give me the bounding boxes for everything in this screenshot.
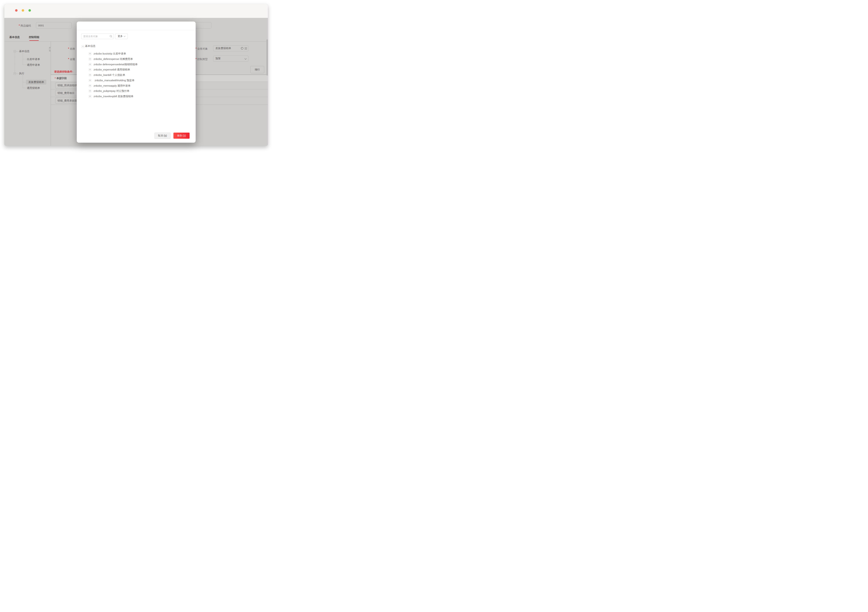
minimize-window-icon[interactable] [22, 9, 24, 12]
dialog-tree-item[interactable]: + znbzbx_expensebill 通用报销单 [89, 68, 130, 71]
tree-item-general-expense[interactable]: 通用报销单 [27, 87, 40, 90]
select-condition-hint: 请选择控制条件: [54, 70, 73, 73]
more-button[interactable]: 更多 [115, 34, 128, 39]
dialog-tree-item[interactable]: + znbzbx_memoapply 通用申请单 [89, 84, 130, 87]
maximize-window-icon[interactable] [28, 9, 31, 12]
plus-icon[interactable]: + [89, 90, 91, 92]
search-icon [110, 35, 112, 38]
save-button[interactable]: 保存 (Y) [174, 133, 189, 139]
name-field-row: * 名称 [68, 47, 75, 51]
tree-collapse-toggle[interactable]: − [14, 50, 16, 53]
active-tab-underline [29, 40, 39, 41]
control-type-field-row: * 控制类型 [195, 57, 208, 61]
dialog-tree-item-label[interactable]: znbzbx busistrip 出差申请单 [94, 52, 126, 55]
amount-field-row: * 金额 [68, 57, 75, 61]
dialog-tree-item-label[interactable]: znbzbx_manualwithholding 预提单 [95, 79, 134, 82]
vertical-scrollbar[interactable] [267, 39, 268, 76]
tree-panel-divider [51, 41, 51, 146]
search-input[interactable] [81, 34, 114, 39]
tree-collapse-toggle[interactable]: − [14, 72, 16, 75]
plus-icon[interactable]: + [89, 58, 91, 60]
dialog-tree-item[interactable]: + znbzbx deferexpensedetail推销明细单 [89, 63, 138, 66]
required-mark: * [68, 57, 69, 61]
more-button-label: 更多 [118, 35, 123, 38]
dialog-tree-item-label[interactable]: znbzbx deferexpensedetail推销明细单 [94, 63, 138, 66]
dialog-tree-item[interactable]: + znbzbx_loanbill 个人借款单 [89, 73, 125, 77]
dialog-tree-item-label[interactable]: znbzbx_pubprepay 对公预付单 [94, 89, 129, 93]
tree-connector [23, 75, 23, 88]
product-code-label: 商品编码 [20, 24, 31, 28]
product-code-input[interactable]: 0001 [36, 22, 72, 28]
control-type-value: 预警 [215, 57, 221, 60]
collapse-left-icon [49, 48, 50, 50]
minus-icon: − [14, 72, 15, 74]
minus-icon: − [82, 45, 84, 48]
control-type-label: 控制类型 [197, 57, 208, 61]
tree-connector [23, 65, 27, 65]
plus-icon[interactable]: + [89, 79, 91, 82]
window-titlebar [4, 4, 268, 18]
close-window-icon[interactable] [15, 9, 17, 12]
plus-icon[interactable]: + [89, 74, 91, 76]
dialog-tree-item[interactable]: + znbzbx_deferexpense 待摊费用单 [89, 57, 133, 61]
doc-field-header: 单据字段 [56, 77, 67, 80]
tab-control-detail[interactable]: 控制明细 [27, 36, 41, 39]
save-button-label: 保存 (Y) [177, 134, 186, 137]
tree-connector [23, 82, 26, 82]
plus-icon[interactable]: + [89, 85, 91, 87]
plus-icon[interactable]: + [89, 95, 91, 98]
required-mark: * [19, 24, 20, 27]
required-mark: * [55, 77, 56, 80]
cancel-button[interactable]: 取消 (N) [155, 133, 170, 139]
business-object-dialog: 更多 − 基本信息 + znbzbx busistrip 出差申请单 + znb… [77, 22, 196, 143]
minus-icon: − [14, 50, 15, 53]
chevron-down-icon [124, 35, 126, 37]
biz-object-label: 业务对象 [197, 47, 208, 51]
product-code-field-row: * 商品编码 [19, 24, 31, 28]
collapse-panel-button[interactable] [49, 47, 51, 51]
required-mark: * [68, 47, 69, 50]
dialog-header [77, 22, 196, 30]
search-field-wrap [81, 34, 114, 39]
biz-object-field-row: * 业务对象 [195, 47, 208, 51]
control-type-select[interactable]: 预警 [213, 56, 248, 62]
tree-connector [23, 88, 27, 88]
table-header-cell: *单据字段 [55, 77, 67, 80]
add-row-button[interactable]: 增行 [250, 66, 264, 73]
product-code-value: 0001 [38, 24, 44, 27]
dialog-tree-collapse-toggle[interactable]: − [82, 45, 84, 48]
tree-connector [23, 53, 23, 65]
tree-connector [23, 59, 27, 59]
tree-group-execute[interactable]: 执行 [19, 72, 24, 75]
amount-label: 金额 [70, 57, 75, 61]
dialog-tree-item-label[interactable]: znbzbx_deferexpense 待摊费用单 [94, 57, 133, 61]
screen: * 商品编码 0001 基本信息 控制明细 − 基本信息 出差申请单 通用申请单… [0, 0, 277, 153]
list-picker-icon[interactable] [245, 47, 247, 50]
plus-icon[interactable]: + [89, 53, 91, 55]
tab-basic-info[interactable]: 基本信息 [8, 36, 21, 39]
dialog-tree-item-label[interactable]: znbzbx_expensebill 通用报销单 [94, 68, 130, 71]
plus-icon[interactable]: + [89, 68, 91, 71]
tree-group-basic-info[interactable]: 基本信息 [19, 50, 29, 53]
dialog-tree-item-label[interactable]: znbzbx_memoapply 通用申请单 [94, 84, 130, 87]
dialog-tree-item-label[interactable]: znbzbx_loanbill 个人借款单 [94, 73, 125, 77]
tree-item-travel-expense-selected[interactable]: 差旅费报销单 [26, 80, 46, 85]
tree-item-general-request[interactable]: 通用申请单 [27, 64, 40, 67]
dialog-tree-item[interactable]: + znbzbx_pubprepay 对公预付单 [89, 89, 129, 93]
biz-object-value: 差旅费报销单 [215, 47, 231, 50]
dialog-tree-item-label[interactable]: znbzbx_travelexpbill 差旅费报销单 [94, 95, 133, 98]
plus-icon[interactable]: + [89, 63, 91, 66]
dialog-tree-item[interactable]: + znbzbx_manualwithholding 预提单 [89, 79, 134, 82]
dialog-tree-item[interactable]: + znbzbx busistrip 出差申请单 [89, 52, 126, 55]
dialog-tree-item[interactable]: + znbzbx_travelexpbill 差旅费报销单 [89, 95, 133, 98]
name-label: 名称 [70, 47, 75, 51]
dialog-tree-root[interactable]: 基本信息 [85, 45, 96, 48]
tree-item-business-trip-request[interactable]: 出差申请单 [27, 57, 40, 61]
clear-icon[interactable] [241, 47, 243, 50]
cancel-button-label: 取消 (N) [158, 134, 167, 137]
